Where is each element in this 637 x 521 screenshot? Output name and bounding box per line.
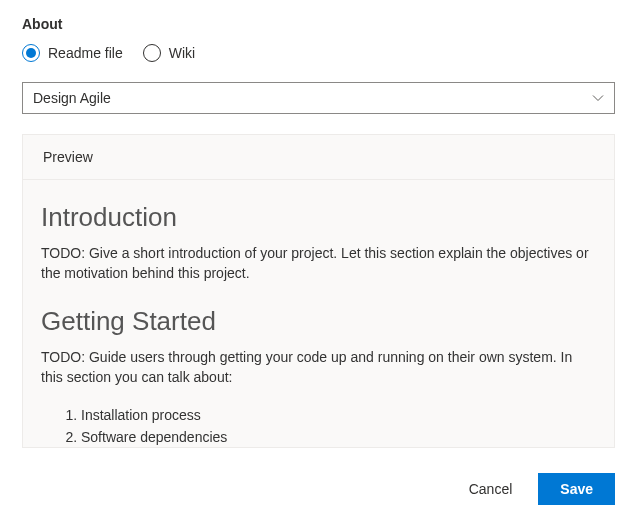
list-item: Software dependencies bbox=[81, 427, 596, 447]
preview-ordered-list: Installation process Software dependenci… bbox=[41, 405, 596, 447]
preview-heading-introduction: Introduction bbox=[41, 202, 596, 233]
preview-paragraph-introduction: TODO: Give a short introduction of your … bbox=[41, 243, 596, 284]
dialog-button-bar: Cancel Save bbox=[451, 473, 615, 505]
preview-content: Introduction TODO: Give a short introduc… bbox=[23, 180, 614, 447]
radio-wiki-label: Wiki bbox=[169, 45, 195, 61]
preview-panel: Preview Introduction TODO: Give a short … bbox=[22, 134, 615, 448]
radio-readme-file[interactable]: Readme file bbox=[22, 44, 123, 62]
preview-heading-getting-started: Getting Started bbox=[41, 306, 596, 337]
chevron-down-icon bbox=[592, 92, 604, 104]
radio-unselected-icon bbox=[143, 44, 161, 62]
save-button[interactable]: Save bbox=[538, 473, 615, 505]
about-section-title: About bbox=[22, 16, 615, 32]
radio-wiki[interactable]: Wiki bbox=[143, 44, 195, 62]
about-source-radio-group: Readme file Wiki bbox=[22, 44, 615, 62]
preview-tab-bar: Preview bbox=[23, 135, 614, 180]
radio-selected-icon bbox=[22, 44, 40, 62]
dropdown-selected-value: Design Agile bbox=[33, 90, 111, 106]
list-item: Installation process bbox=[81, 405, 596, 427]
preview-tab[interactable]: Preview bbox=[23, 135, 113, 179]
readme-source-dropdown[interactable]: Design Agile bbox=[22, 82, 615, 114]
radio-readme-label: Readme file bbox=[48, 45, 123, 61]
preview-paragraph-getting-started: TODO: Guide users through getting your c… bbox=[41, 347, 596, 388]
cancel-button[interactable]: Cancel bbox=[451, 473, 531, 505]
